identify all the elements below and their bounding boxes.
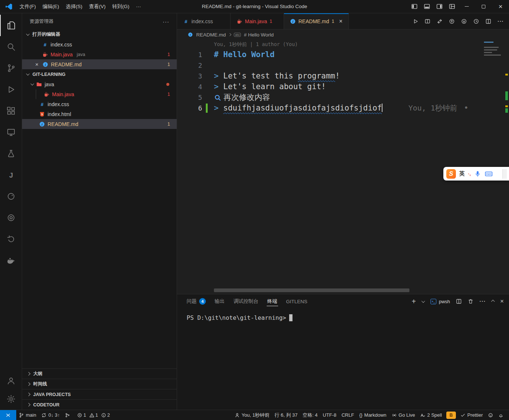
sync-status[interactable]: 0↓ 3↑ [39, 410, 62, 420]
codetour-section[interactable]: CODETOUR [22, 399, 177, 410]
project-root-header[interactable]: GIT-LEARNING [22, 69, 177, 79]
toggle-secondary-sidebar-icon[interactable] [433, 0, 446, 13]
code-line-4[interactable]: 4 > Let's learn about git! [177, 81, 509, 92]
menu-file[interactable]: 文件(F) [16, 2, 39, 11]
close-tab-icon[interactable]: × [339, 18, 342, 25]
close-panel-icon[interactable]: × [500, 298, 504, 305]
feedback-icon[interactable] [485, 410, 496, 420]
codetour-icon[interactable] [0, 228, 22, 250]
extensions-icon[interactable] [0, 100, 22, 122]
tab-readme[interactable]: i README.md 1 × [284, 13, 349, 29]
breadcrumb-symbol[interactable]: # Hello World [244, 32, 274, 38]
git-graph-icon[interactable] [62, 410, 73, 420]
tree-file-readme[interactable]: i README.md 1 [22, 119, 177, 129]
explorer-icon[interactable] [0, 15, 22, 36]
microphone-icon[interactable] [474, 170, 481, 178]
coverage-target-icon[interactable] [0, 207, 22, 228]
outline-section[interactable]: 大纲 [22, 368, 177, 379]
tree-file-index-css[interactable]: # index.css [22, 99, 177, 109]
sogou-logo-icon[interactable]: S [446, 169, 456, 179]
problems-status[interactable]: 1 1 2 [73, 410, 112, 420]
menu-goto[interactable]: 转到(G) [109, 2, 133, 11]
terminal-dropdown-icon[interactable] [421, 299, 425, 303]
maximize-panel-icon[interactable] [491, 300, 495, 303]
customize-layout-icon[interactable] [446, 0, 458, 13]
open-editor-readme[interactable]: × i README.md 1 [22, 59, 177, 69]
encoding-status[interactable]: UTF-8 [320, 410, 339, 420]
go-live-status[interactable]: Go Live [389, 410, 418, 420]
notifications-bell-icon[interactable] [496, 410, 506, 420]
run-file-icon[interactable] [412, 18, 418, 24]
menu-edit[interactable]: 编辑(E) [39, 2, 62, 11]
open-changes-icon[interactable] [437, 18, 443, 24]
menu-more-icon[interactable]: ··· [133, 2, 145, 11]
minimap[interactable] [484, 42, 503, 57]
code-line-3[interactable]: 3 > Let's test this programm! [177, 71, 509, 81]
horizontal-scrollbar[interactable] [214, 288, 409, 292]
panel-tab-debug-console[interactable]: 调试控制台 [229, 294, 263, 308]
toggle-panel-icon[interactable] [420, 0, 433, 13]
search-icon[interactable] [0, 36, 22, 57]
next-change-icon[interactable] [461, 18, 467, 24]
language-mode[interactable]: {} Markdown [357, 410, 389, 420]
remote-indicator[interactable] [0, 410, 16, 420]
split-editor-icon[interactable] [485, 18, 491, 24]
toggle-primary-sidebar-icon[interactable] [408, 0, 420, 13]
menu-view[interactable]: 查看(V) [86, 2, 109, 11]
panel-tab-terminal[interactable]: 终端 [263, 294, 282, 308]
previous-change-icon[interactable] [449, 18, 455, 24]
open-editors-header[interactable]: 打开的编辑器 [22, 29, 177, 39]
ime-language-mode[interactable]: 英 [459, 170, 465, 177]
timeline-section[interactable]: 时间线 [22, 379, 177, 389]
tree-file-main-java[interactable]: Main.java 1 [22, 89, 177, 99]
extension-status-icon[interactable]: B [446, 412, 456, 419]
markdown-preview-icon[interactable] [425, 18, 430, 24]
file-history-icon[interactable] [473, 18, 479, 24]
branch-status[interactable]: main [16, 410, 39, 420]
panel-more-actions-icon[interactable]: ··· [479, 298, 486, 304]
maximize-button[interactable] [475, 0, 492, 13]
prettier-status[interactable]: Prettier [458, 410, 485, 420]
code-line-1[interactable]: 1 # Hello World [177, 49, 509, 60]
eol-status[interactable]: CRLF [339, 410, 357, 420]
minimize-button[interactable] [458, 0, 475, 13]
new-terminal-icon[interactable]: + [412, 298, 416, 304]
open-editor-main-java[interactable]: Main.java java 1 [22, 49, 177, 59]
java-extension-icon[interactable]: J [0, 164, 22, 186]
panel-tab-output[interactable]: 输出 [210, 294, 229, 308]
panel-tab-problems[interactable]: 问题 4 [182, 294, 210, 308]
code-line-6[interactable]: 6 > sduifhjasdiuofjasdiofajsdiofsjdiofYo… [177, 103, 509, 113]
code-line-5[interactable]: 5 再次修改内容 [177, 92, 509, 103]
open-editor-index-css[interactable]: # index.css [22, 39, 177, 49]
testing-icon[interactable] [0, 143, 22, 164]
keyboard-icon[interactable] [485, 170, 493, 178]
source-control-icon[interactable] [0, 57, 22, 79]
close-editor-icon[interactable]: × [34, 62, 40, 67]
run-debug-icon[interactable] [0, 79, 22, 100]
gradle-icon[interactable] [0, 186, 22, 207]
editor-more-actions-icon[interactable]: ··· [498, 18, 504, 24]
spell-checker-status[interactable]: 2 Spell [418, 410, 444, 420]
cursor-position[interactable]: 行 6, 列 37 [272, 410, 300, 420]
java-projects-section[interactable]: JAVA PROJECTS [22, 389, 177, 399]
breadcrumb-file[interactable]: README.md [196, 32, 226, 38]
settings-gear-icon[interactable] [0, 390, 22, 408]
tab-main-java[interactable]: Main.java 1 [231, 13, 284, 29]
sidebar-more-actions-icon[interactable]: ··· [163, 18, 169, 25]
remote-explorer-icon[interactable] [0, 122, 22, 143]
kill-terminal-icon[interactable] [468, 298, 474, 304]
menu-selection[interactable]: 选择(S) [62, 2, 86, 11]
tree-folder-java[interactable]: java [22, 79, 177, 89]
gitlens-blame-status[interactable]: You, 1秒钟前 [232, 410, 272, 420]
tab-index-css[interactable]: # index.css [177, 13, 231, 29]
close-button[interactable]: × [492, 0, 509, 13]
code-line-2[interactable]: 2 [177, 60, 509, 71]
docker-icon[interactable] [0, 250, 22, 271]
panel-tab-gitlens[interactable]: GITLENS [282, 294, 312, 308]
ime-punctuation-mode[interactable]: ·, [468, 171, 471, 176]
terminal-instance-pwsh[interactable]: >_ pwsh [430, 299, 450, 304]
account-icon[interactable] [0, 371, 22, 390]
split-terminal-icon[interactable] [456, 298, 462, 304]
gitlens-blame-header[interactable]: You, 1秒钟前 | 1 author (You) [177, 40, 509, 49]
indentation-status[interactable]: 空格: 4 [300, 410, 320, 420]
